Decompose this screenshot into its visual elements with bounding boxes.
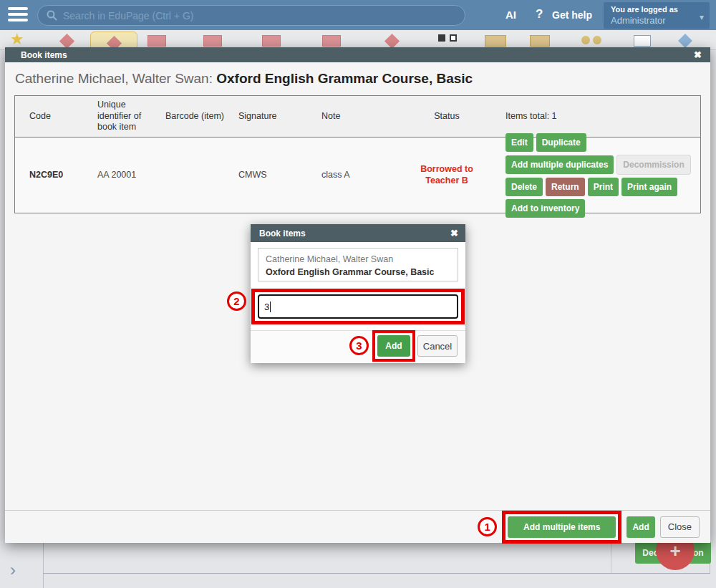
favorites-star-icon[interactable]: ★ bbox=[10, 30, 24, 49]
col-header-unique-identifier: Unique identifier of book item bbox=[83, 96, 165, 137]
book-title: Oxford English Grammar Course, Basic bbox=[216, 71, 473, 86]
toolbar-icon[interactable] bbox=[450, 34, 457, 42]
annotation-highlight-add: Add bbox=[372, 330, 415, 362]
add-to-inventory-button[interactable]: Add to inventory bbox=[505, 199, 585, 218]
logged-in-user-dropdown[interactable]: You are logged as Administrator ▾ bbox=[604, 2, 710, 29]
book-authors: Catherine Michael, Walter Swan: bbox=[15, 71, 216, 86]
footer-close-button[interactable]: Close bbox=[660, 516, 700, 538]
background-divider bbox=[43, 573, 710, 574]
annotation-step-1: 1 bbox=[478, 517, 497, 536]
dialog-titlebar: Book items ✖ bbox=[251, 224, 465, 242]
col-header-items-total: Items total: 1 bbox=[493, 96, 700, 137]
decommission-button: Decommission bbox=[616, 155, 690, 175]
table-header-row: Code Unique identifier of book item Barc… bbox=[15, 96, 700, 138]
col-header-code: Code bbox=[15, 96, 83, 137]
annotation-highlight-input: 3 bbox=[251, 289, 465, 324]
toolbar-icon[interactable] bbox=[634, 35, 651, 47]
book-heading: Catherine Michael, Walter Swan: Oxford E… bbox=[5, 62, 710, 87]
col-header-status: Status bbox=[400, 96, 493, 137]
background-divider bbox=[611, 543, 611, 573]
col-header-note: Note bbox=[321, 96, 400, 137]
add-multiple-items-button[interactable]: Add multiple items bbox=[508, 516, 616, 538]
text-cursor bbox=[270, 302, 271, 312]
annotation-highlight-add-multiple: Add multiple items bbox=[502, 511, 621, 544]
search-box[interactable] bbox=[37, 5, 465, 26]
toolbar-icon[interactable] bbox=[485, 35, 506, 47]
toolbar-icon[interactable] bbox=[147, 35, 166, 47]
topbar: AI ? Get help You are logged as Administ… bbox=[0, 0, 716, 30]
book-items-modal: Book items ✖ Catherine Michael, Walter S… bbox=[5, 47, 710, 543]
cell-code: N2C9E0 bbox=[15, 138, 83, 213]
footer-add-button[interactable]: Add bbox=[626, 516, 654, 538]
modal-titlebar: Book items ✖ bbox=[5, 47, 710, 62]
toolbar-icon[interactable] bbox=[530, 35, 550, 47]
annotation-step-3: 3 bbox=[349, 336, 369, 355]
book-authors: Catherine Michael, Walter Swan bbox=[266, 254, 450, 266]
duplicate-button[interactable]: Duplicate bbox=[536, 133, 586, 152]
add-multiple-duplicates-button[interactable]: Add multiple duplicates bbox=[505, 155, 614, 174]
quantity-dialog: Book items ✖ Catherine Michael, Walter S… bbox=[251, 224, 465, 363]
close-icon[interactable]: ✖ bbox=[694, 50, 702, 59]
cell-actions: Edit Duplicate Add multiple duplicates D… bbox=[493, 138, 700, 213]
chevron-down-icon: ▾ bbox=[700, 12, 704, 22]
col-header-signature: Signature bbox=[238, 96, 321, 137]
toolbar-icon[interactable] bbox=[322, 35, 341, 47]
get-help-button[interactable]: Get help bbox=[552, 9, 592, 21]
return-button[interactable]: Return bbox=[546, 178, 585, 196]
help-question-icon[interactable]: ? bbox=[536, 7, 543, 21]
search-input[interactable] bbox=[63, 10, 456, 21]
toolbar-icon[interactable] bbox=[203, 35, 222, 47]
close-icon[interactable]: ✖ bbox=[450, 228, 458, 238]
quantity-input[interactable]: 3 bbox=[258, 294, 458, 319]
logged-as-user: Administrator bbox=[611, 15, 694, 26]
sidebar-expand-chevron-icon[interactable]: › bbox=[10, 560, 16, 580]
dialog-cancel-button[interactable]: Cancel bbox=[417, 335, 458, 357]
ai-button[interactable]: AI bbox=[505, 9, 516, 21]
cell-barcode bbox=[165, 138, 238, 213]
dialog-add-button[interactable]: Add bbox=[377, 335, 410, 357]
annotation-step-2: 2 bbox=[227, 291, 246, 311]
toolbar-icon[interactable] bbox=[593, 36, 601, 44]
book-items-table: Code Unique identifier of book item Barc… bbox=[14, 95, 701, 213]
toolbar-icon[interactable] bbox=[581, 36, 590, 44]
logged-as-label: You are logged as bbox=[611, 4, 694, 15]
hamburger-menu-icon[interactable] bbox=[8, 7, 28, 23]
toolbar-icon[interactable] bbox=[678, 34, 692, 48]
print-again-button[interactable]: Print again bbox=[621, 178, 677, 196]
cell-status: Borrowed to Teacher B bbox=[400, 138, 493, 213]
table-row: N2C9E0 AA 20001 CMWS class A Borrowed to… bbox=[15, 138, 700, 213]
book-title: Oxford English Grammar Course, Basic bbox=[266, 266, 450, 279]
modal-title: Book items bbox=[21, 50, 694, 60]
cell-signature: CMWS bbox=[238, 138, 321, 213]
modal-footer: 1 Add multiple items Add Close bbox=[5, 510, 710, 543]
edit-button[interactable]: Edit bbox=[505, 133, 533, 152]
dialog-title: Book items bbox=[259, 228, 450, 238]
toolbar-icon[interactable] bbox=[262, 35, 281, 47]
print-button[interactable]: Print bbox=[588, 178, 619, 196]
search-icon bbox=[47, 10, 57, 21]
delete-button[interactable]: Delete bbox=[505, 178, 543, 196]
cell-unique-identifier: AA 20001 bbox=[83, 138, 165, 213]
cell-note: class A bbox=[321, 138, 400, 213]
toolbar-icon[interactable] bbox=[59, 34, 74, 49]
plus-icon: + bbox=[669, 540, 680, 562]
col-header-barcode: Barcode (item) bbox=[165, 96, 238, 137]
quantity-value: 3 bbox=[264, 302, 269, 312]
book-info-box: Catherine Michael, Walter Swan Oxford En… bbox=[258, 248, 458, 281]
toolbar-icon[interactable] bbox=[384, 34, 400, 49]
toolbar-icon[interactable] bbox=[438, 34, 445, 42]
